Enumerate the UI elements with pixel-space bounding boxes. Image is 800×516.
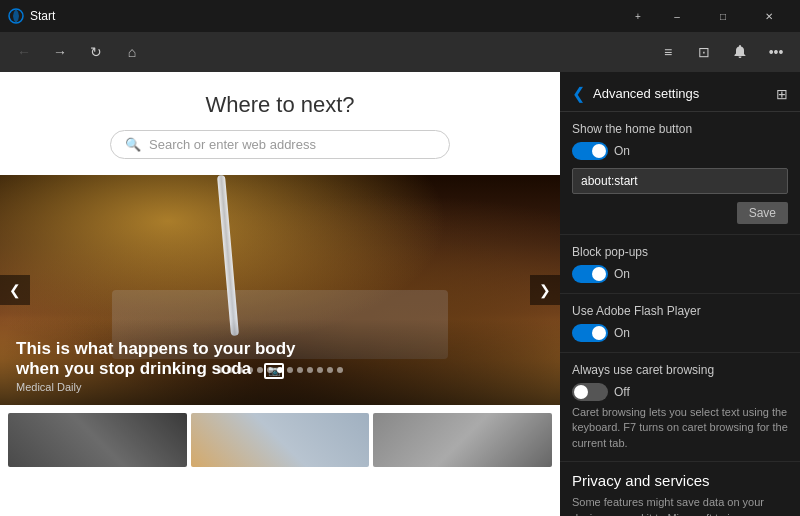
more-button[interactable]: ••• <box>760 36 792 68</box>
toggle-knob <box>592 144 606 158</box>
home-button[interactable]: ⌂ <box>116 36 148 68</box>
hero-title: This is what happens to your body when y… <box>16 339 544 379</box>
thumbnail-image <box>191 413 370 467</box>
search-icon: 🔍 <box>125 137 141 152</box>
carousel-dot[interactable] <box>307 367 313 373</box>
minimize-button[interactable]: – <box>654 0 700 32</box>
browser-icon <box>8 8 24 24</box>
titlebar-title: Start <box>30 9 622 23</box>
thumbnail-item[interactable] <box>8 413 187 467</box>
block-popups-section: Block pop-ups On <box>560 235 800 294</box>
popups-toggle[interactable] <box>572 265 608 283</box>
home-url-input[interactable] <box>572 168 788 194</box>
refresh-button[interactable]: ↻ <box>80 36 112 68</box>
save-button[interactable]: Save <box>737 202 788 224</box>
toggle-knob <box>574 385 588 399</box>
privacy-desc: Some features might save data on your de… <box>572 495 788 516</box>
titlebar: Start + – □ ✕ <box>0 0 800 32</box>
flash-toggle-container: On <box>572 324 788 342</box>
caret-toggle-container: Off <box>572 383 788 401</box>
caret-toggle[interactable] <box>572 383 608 401</box>
popups-toggle-container: On <box>572 265 788 283</box>
flash-toggle[interactable] <box>572 324 608 342</box>
thumbnail-item[interactable] <box>373 413 552 467</box>
carousel-dot[interactable] <box>287 367 293 373</box>
carousel-dot[interactable] <box>217 367 223 373</box>
toggle-knob <box>592 267 606 281</box>
privacy-section: Privacy and services Some features might… <box>560 462 800 516</box>
carousel-dot[interactable] <box>297 367 303 373</box>
browser-content: Where to next? 🔍 Search or enter web add… <box>0 72 560 516</box>
carousel-dot[interactable] <box>327 367 333 373</box>
newtab-heading: Where to next? <box>0 72 560 130</box>
thumbnails-row <box>0 405 560 475</box>
block-popups-label: Block pop-ups <box>572 245 788 259</box>
main-area: Where to next? 🔍 Search or enter web add… <box>0 72 800 516</box>
maximize-button[interactable]: □ <box>700 0 746 32</box>
hero-overlay: This is what happens to your body when y… <box>0 319 560 405</box>
home-toggle-label: On <box>614 144 630 158</box>
home-toggle[interactable] <box>572 142 608 160</box>
carousel-dot[interactable] <box>247 367 253 373</box>
settings-panel: ❮ Advanced settings ⊞ Show the home butt… <box>560 72 800 516</box>
privacy-title: Privacy and services <box>572 472 788 489</box>
carousel-next-button[interactable]: ❯ <box>530 275 560 305</box>
show-home-section: Show the home button On Save <box>560 112 800 235</box>
carousel-dot[interactable] <box>237 367 243 373</box>
show-home-label: Show the home button <box>572 122 788 136</box>
carousel-dot[interactable] <box>257 367 263 373</box>
close-button[interactable]: ✕ <box>746 0 792 32</box>
caret-section: Always use caret browsing Off Caret brow… <box>560 353 800 462</box>
back-button[interactable]: ← <box>8 36 40 68</box>
flash-toggle-label: On <box>614 326 630 340</box>
flash-section: Use Adobe Flash Player On <box>560 294 800 353</box>
caret-desc: Caret browsing lets you select text usin… <box>572 405 788 451</box>
carousel-dot-active[interactable] <box>277 367 283 373</box>
search-placeholder: Search or enter web address <box>149 137 316 152</box>
hero-source: Medical Daily <box>16 381 544 393</box>
settings-back-button[interactable]: ❮ <box>572 84 585 103</box>
carousel-prev-button[interactable]: ❮ <box>0 275 30 305</box>
carousel-dot[interactable] <box>267 367 273 373</box>
titlebar-controls: + – □ ✕ <box>622 0 792 32</box>
navbar: ← → ↻ ⌂ ≡ ⊡ ••• <box>0 32 800 72</box>
settings-pin-button[interactable]: ⊞ <box>776 86 788 102</box>
new-tab-button[interactable]: + <box>622 0 654 32</box>
caret-toggle-label: Off <box>614 385 630 399</box>
search-bar-container: 🔍 Search or enter web address <box>0 130 560 159</box>
hero-carousel: ❮ ❯ This is what happens to your body wh… <box>0 175 560 405</box>
toggle-knob <box>592 326 606 340</box>
reading-view-button[interactable]: ⊡ <box>688 36 720 68</box>
caret-label: Always use caret browsing <box>572 363 788 377</box>
carousel-dot[interactable] <box>337 367 343 373</box>
thumbnail-image <box>8 413 187 467</box>
notifications-button[interactable] <box>724 36 756 68</box>
carousel-dot[interactable] <box>317 367 323 373</box>
forward-button[interactable]: → <box>44 36 76 68</box>
flash-label: Use Adobe Flash Player <box>572 304 788 318</box>
carousel-dot[interactable] <box>227 367 233 373</box>
home-url-container <box>572 168 788 194</box>
home-toggle-container: On <box>572 142 788 160</box>
newtab-page: Where to next? 🔍 Search or enter web add… <box>0 72 560 516</box>
carousel-dots <box>217 367 343 373</box>
popups-toggle-label: On <box>614 267 630 281</box>
hamburger-button[interactable]: ≡ <box>652 36 684 68</box>
search-bar[interactable]: 🔍 Search or enter web address <box>110 130 450 159</box>
thumbnail-item[interactable] <box>191 413 370 467</box>
settings-title: Advanced settings <box>593 86 768 101</box>
settings-header: ❮ Advanced settings ⊞ <box>560 72 800 112</box>
